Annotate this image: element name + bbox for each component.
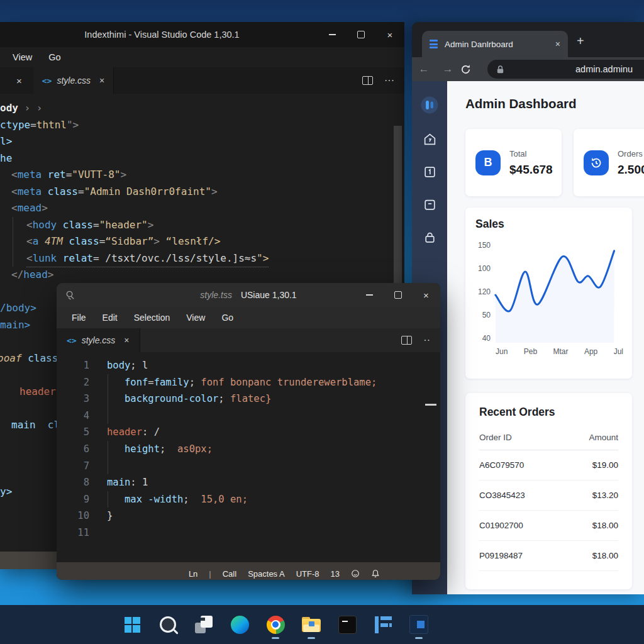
close-button[interactable]: × (375, 22, 404, 47)
feedback-icon[interactable] (351, 569, 360, 578)
code-line: 4 (57, 408, 440, 425)
dev-tool-icon (375, 616, 392, 633)
editor-tab[interactable]: <> style.css × (57, 328, 140, 352)
status-item[interactable]: Call (223, 569, 236, 579)
code-line: 3background-color; flatec} (57, 391, 440, 408)
status-item[interactable]: UTF-8 (296, 569, 319, 579)
app-logo-pause-icon[interactable] (421, 96, 438, 114)
vscode-front-menubar: FileEditSelectionViewGo (57, 307, 440, 328)
code-line: <hody class="header"> (0, 217, 404, 234)
reload-icon[interactable] (460, 64, 484, 75)
sales-chart-card: Sales 1501001205040 JunPebMtarAppJul (465, 208, 632, 379)
dashboard-main: Admin Dashboard B Total $45.678 (447, 81, 644, 594)
order-amount: $18.00 (592, 521, 618, 530)
more-actions-icon[interactable]: ··· (384, 75, 394, 86)
code-line: <meta class="Admin Dash0rr0faint"> (0, 184, 404, 201)
new-tab-button[interactable]: + (577, 35, 584, 47)
code-box-button[interactable] (406, 608, 431, 641)
task-view-button[interactable] (191, 608, 216, 641)
maximize-button[interactable] (347, 22, 375, 47)
back-icon[interactable]: ← (412, 63, 436, 75)
status-item[interactable]: Spactes A (248, 569, 285, 579)
menu-item-go[interactable]: Go (48, 52, 60, 62)
edge-button[interactable] (227, 608, 252, 641)
line-number: 5 (57, 424, 89, 441)
start-button[interactable] (119, 608, 145, 641)
task-view-icon (195, 616, 213, 633)
terminal-button[interactable] (335, 608, 360, 641)
vscode-front-tabbar: <> style.css × ·· (57, 328, 440, 352)
vscode-front-statusbar: Ln|CallSpactes AUTF-813 (57, 562, 440, 580)
code-line: 9max -width; 15,0 en; (57, 491, 440, 508)
address-bar[interactable]: admin.adminu (487, 60, 644, 79)
lock-icon[interactable] (423, 230, 437, 245)
terminal-icon (338, 616, 357, 634)
chart-title: Sales (475, 218, 622, 231)
home-icon[interactable] (423, 132, 437, 147)
code-line: </head> (0, 267, 404, 284)
vscode-front-titlebar[interactable]: style.tssUSiaue 1,30.1 × (57, 283, 440, 307)
browser-window: Admin Danlrboard × + ← → admin.adminu (412, 22, 644, 594)
order-id: A6C079570 (479, 460, 524, 470)
code-box-icon (409, 615, 428, 634)
code-line: 8main: 1 (57, 474, 440, 491)
split-editor-icon[interactable] (362, 76, 373, 85)
line-number: 9 (57, 491, 89, 508)
file-explorer-button[interactable] (299, 608, 324, 641)
chrome-button[interactable] (263, 608, 288, 641)
tab-close-icon[interactable]: × (555, 39, 560, 49)
close-button[interactable]: × (412, 283, 440, 307)
menu-item-edit[interactable]: Edit (103, 313, 118, 323)
code-line: <meta ret="VUTT-8"> (0, 167, 404, 184)
code-line: ody › › (0, 100, 404, 117)
minimize-button[interactable] (355, 283, 384, 307)
vscode-back-titlebar[interactable]: Indexthimi - Visual Studio Code 1,30.1 × (0, 22, 404, 47)
code-line: 2fonf=family; fonf bonpanc trunderewerbl… (57, 374, 440, 391)
code-line: <mead> (0, 200, 404, 217)
tab-favicon-icon (430, 40, 438, 48)
menu-item-file[interactable]: File (72, 313, 86, 323)
status-item[interactable]: 13 (331, 569, 340, 579)
edge-icon (231, 616, 249, 634)
browser-tab[interactable]: Admin Danlrboard × (422, 31, 568, 57)
menu-item-go[interactable]: Go (221, 313, 233, 323)
page-title: Admin Dashboard (465, 96, 644, 111)
status-item[interactable]: Ln (189, 569, 197, 579)
bell-icon[interactable] (371, 569, 380, 578)
tab-close-icon[interactable]: × (124, 335, 129, 345)
tray-icon[interactable] (423, 197, 437, 212)
menu-item-selection[interactable]: Selection (134, 313, 170, 323)
code-line: l> (0, 133, 404, 150)
more-actions-icon[interactable]: ·· (423, 335, 430, 346)
stray-tab-close-icon[interactable]: × (16, 75, 22, 86)
split-editor-icon[interactable] (401, 336, 412, 345)
dev-tool-button[interactable] (370, 608, 396, 641)
table-row: C01902700$18.00 (479, 511, 618, 541)
tab-close-icon[interactable]: × (99, 75, 104, 86)
order-id: P09198487 (479, 551, 523, 560)
forward-icon[interactable]: → (436, 63, 460, 75)
editor-scrollbar[interactable] (394, 126, 402, 308)
menu-item-view[interactable]: View (186, 313, 205, 323)
table-row: CO3845423$13.20 (479, 480, 618, 511)
maximize-button[interactable] (384, 283, 412, 307)
box-one-icon[interactable] (423, 165, 437, 179)
y-tick-label: 120 (478, 287, 491, 296)
windows-logo-icon (125, 617, 140, 633)
vscode-window-front: style.tssUSiaue 1,30.1 × FileEditSelecti… (57, 283, 440, 580)
vscode-front-editor[interactable]: 1body; l2fonf=family; fonf bonpanc trund… (57, 352, 440, 562)
editor-tab[interactable]: <> style.css × (33, 67, 114, 94)
stat-value: $45.678 (509, 163, 553, 177)
window-title-app: USiaue 1,30.1 (241, 290, 297, 300)
x-tick-label: Mtar (553, 347, 569, 356)
code-line: he (0, 150, 404, 167)
line-number: 11 (57, 525, 89, 541)
code-line: 6height; as0px; (57, 441, 440, 458)
line-number: 3 (57, 391, 89, 408)
code-line: 7 (57, 458, 440, 475)
total-badge-icon: B (475, 150, 501, 175)
search-button[interactable] (155, 608, 180, 641)
menu-item-view[interactable]: View (13, 52, 32, 62)
desktop: Indexthimi - Visual Studio Code 1,30.1 ×… (0, 0, 644, 644)
browser-tabstrip: Admin Danlrboard × + (412, 22, 644, 57)
